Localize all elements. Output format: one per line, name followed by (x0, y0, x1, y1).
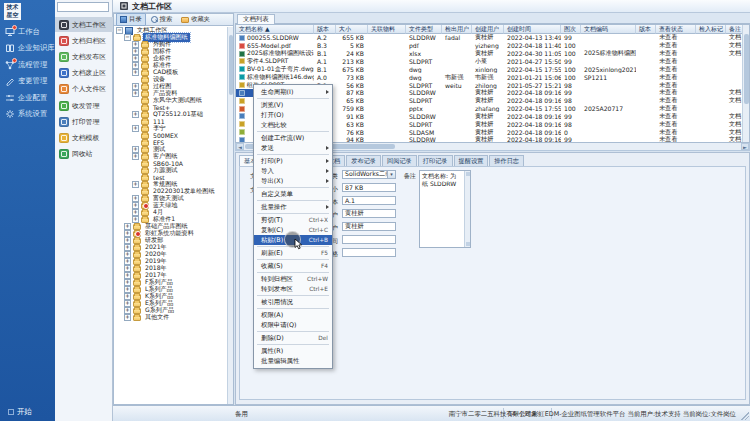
column-header-mark[interactable]: 检入标记 (696, 25, 726, 34)
cell-checkout[interactable]: fadal (442, 34, 472, 42)
menu-item-收藏S[interactable]: 收藏(S)F4 (254, 261, 332, 271)
cell-checkout[interactable] (442, 50, 472, 58)
cell-creator[interactable]: zhafang (472, 105, 504, 113)
cell-ctime[interactable]: 2022-04-30 11:05:54 (504, 50, 561, 58)
cell-code[interactable] (581, 97, 636, 105)
cell-ver2[interactable] (636, 105, 656, 113)
detail-tab-7[interactable]: 提醒设置 (454, 155, 489, 166)
cell-name[interactable]: 标准物料编图纸146.dwg (236, 73, 314, 81)
cell-ver2[interactable] (636, 89, 656, 97)
menu-item-被引用情况[interactable]: 被引用情况 (254, 297, 332, 307)
cell-creator[interactable]: 黄桂妍 (472, 136, 504, 143)
cell-code[interactable]: 2025标准物料编图… (581, 50, 636, 58)
column-header-checkout[interactable]: 检出用户 (442, 25, 472, 34)
cell-material[interactable] (368, 113, 406, 121)
cell-ver2[interactable] (636, 73, 656, 81)
cell-code[interactable]: 2025A20717 (581, 105, 636, 113)
cell-size[interactable]: 56 KB (336, 81, 368, 89)
cell-ctime[interactable]: 2022-04-18 09:16:57 (504, 97, 561, 105)
cell-creator[interactable]: 黄桂妍 (472, 97, 504, 105)
cell-material[interactable] (368, 34, 406, 42)
cell-mark[interactable] (696, 58, 726, 66)
menu-item-批量操作[interactable]: 批量操作 (254, 202, 332, 212)
field-input[interactable]: 87 KB (342, 183, 396, 192)
menu-item-发送[interactable]: 发送 (254, 143, 332, 153)
cell-name[interactable]: 000255.SLDDRW (236, 34, 314, 42)
cell-mark[interactable] (696, 34, 726, 42)
cell-ver2[interactable] (636, 34, 656, 42)
cell-ctime[interactable]: 2022-04-18 09:16:57 (504, 113, 561, 121)
cell-type[interactable]: SLDDRW (406, 113, 442, 121)
cell-code[interactable] (581, 128, 636, 136)
cell-tuci[interactable]: 98 (561, 120, 581, 128)
field-input[interactable]: A.1 (342, 196, 396, 205)
cell-mark[interactable] (696, 105, 726, 113)
cell-name[interactable]: 零件4.SLDPRT (236, 58, 314, 66)
cell-code[interactable] (581, 113, 636, 121)
cell-status[interactable]: 未查看 (656, 128, 696, 136)
cell-ver[interactable]: B.1 (314, 50, 336, 58)
column-header-material[interactable]: 关联物料 (368, 25, 406, 34)
cell-tuci[interactable]: 98 (561, 81, 581, 89)
menu-item-文档比较[interactable]: 文档比较 (254, 120, 332, 130)
cell-checkout[interactable] (442, 105, 472, 113)
cell-type[interactable]: SLDDRW (406, 89, 442, 97)
cell-ver[interactable]: B.1 (314, 65, 336, 73)
cell-creator[interactable]: 小菜 (472, 58, 504, 66)
cell-ctime[interactable]: 2022-04-15 17:55:50 (504, 65, 561, 73)
cell-size[interactable]: 655 KB (336, 34, 368, 42)
tree-node[interactable]: +QT25512.01基础 (132, 111, 205, 118)
cell-code[interactable] (581, 89, 636, 97)
cell-code[interactable] (581, 42, 636, 50)
cell-tuci[interactable]: 0 (561, 128, 581, 136)
module-item-5[interactable]: 个人文件区 (55, 82, 113, 97)
cell-ctime[interactable]: 2022-04-18 09:16:58 (504, 136, 561, 143)
menu-item-权限申请Q[interactable]: 权限申请(Q) (254, 320, 332, 330)
cell-size[interactable]: 76 KB (336, 128, 368, 136)
cell-type[interactable]: xlsx (406, 50, 442, 58)
cell-ctime[interactable]: 2021-05-27 15:21:46 (504, 81, 561, 89)
cell-status[interactable]: 未查看 (656, 34, 696, 42)
cell-ctime[interactable]: 2022-04-18 09:16:58 (504, 120, 561, 128)
cell-size[interactable]: 24 KB (336, 50, 368, 58)
menu-item-浏览V[interactable]: 浏览(V) (254, 100, 332, 110)
module-item-3[interactable]: 文档发布区 (55, 49, 113, 64)
tree-toolbar-button-1[interactable]: 目录 (116, 13, 146, 26)
cell-tuci[interactable]: 100 (561, 73, 581, 81)
expand-plus-icon[interactable]: + (132, 153, 139, 160)
cell-type[interactable]: SLDASM (406, 128, 442, 136)
cell-size[interactable]: 63 KB (336, 120, 368, 128)
module-item-4[interactable]: 文档废止区 (55, 66, 113, 81)
cell-checkout[interactable] (442, 113, 472, 121)
cell-creator[interactable]: 黄桂妍 (472, 89, 504, 97)
cell-code[interactable]: 2025xinlong20210… (581, 65, 636, 73)
cell-ctime[interactable]: 2022-04-18 11:40:08 (504, 42, 561, 50)
menu-item-导入[interactable]: 导入 (254, 166, 332, 176)
cell-ctime[interactable]: 2022-04-18 09:16:58 (504, 89, 561, 97)
menu-item-批量编辑属性[interactable]: 批量编辑属性 (254, 356, 332, 366)
cell-ctime[interactable]: 2022-04-15 17:55:50 (504, 105, 561, 113)
cell-status[interactable]: 未查看 (656, 136, 696, 143)
column-header-creator[interactable]: 创建用户 (472, 25, 504, 34)
remark-textarea[interactable]: 文档名称: 为 纸 SLDDRW (419, 170, 471, 248)
tree-node[interactable]: +李宁 (132, 125, 167, 132)
tree-vertical-scrollbar[interactable] (227, 27, 233, 404)
cell-ver2[interactable] (636, 58, 656, 66)
cell-code[interactable] (581, 120, 636, 128)
cell-tuci[interactable]: 100 (561, 50, 581, 58)
cell-mark[interactable] (696, 113, 726, 121)
cell-creator[interactable]: zhilong (472, 81, 504, 89)
collapse-minus-icon[interactable]: − (116, 27, 123, 34)
expand-plus-icon[interactable]: + (132, 125, 139, 132)
field-input[interactable]: 黄桂妍 (342, 222, 396, 231)
menu-item-生命周期I[interactable]: 生命周期(I) (254, 87, 332, 97)
module-search-input[interactable] (57, 2, 109, 12)
table-scroll-thumb[interactable] (744, 34, 749, 104)
cell-mark[interactable] (696, 42, 726, 50)
column-header-status[interactable]: 查看状态 (656, 25, 696, 34)
cell-creator[interactable]: 黄桂妍 (472, 120, 504, 128)
column-header-ver[interactable]: 版本 (314, 25, 336, 34)
menu-item-复制C[interactable]: 复制(C)Ctrl+C (254, 225, 332, 235)
cell-status[interactable]: 未查看 (656, 113, 696, 121)
cell-ver2[interactable] (636, 120, 656, 128)
